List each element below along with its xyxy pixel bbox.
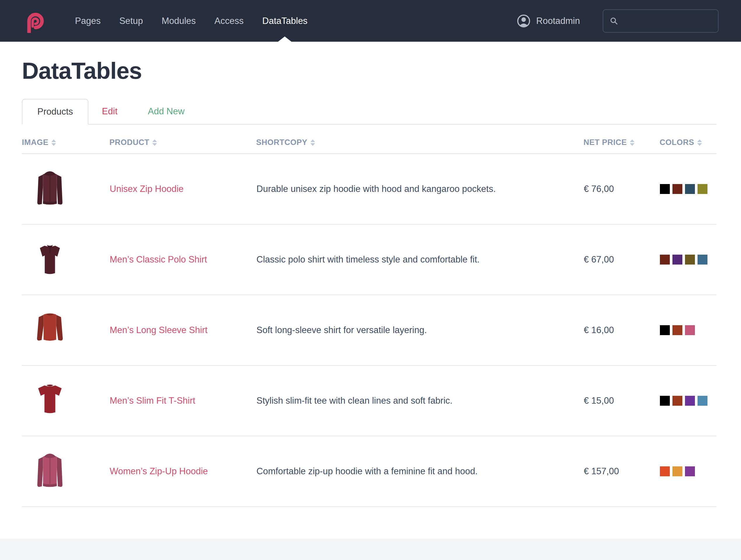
sort-icon xyxy=(630,139,634,146)
nav-item-pages[interactable]: Pages xyxy=(75,16,100,26)
column-header-product[interactable]: Product xyxy=(110,125,256,154)
top-navbar: PagesSetupModulesAccessDataTables Rootad… xyxy=(0,0,741,42)
product-link[interactable]: Men’s Classic Polo Shirt xyxy=(110,254,207,265)
color-swatch xyxy=(685,255,695,265)
color-swatch xyxy=(697,184,708,194)
table-row: Men’s Long Sleeve ShirtSoft long-sleeve … xyxy=(22,295,717,365)
color-swatches xyxy=(660,396,716,406)
column-header-net-price[interactable]: Net price xyxy=(584,125,660,154)
product-image xyxy=(34,166,66,209)
products-table: ImageProductShortcopyNet priceColors Uni… xyxy=(22,125,717,507)
table-row: Men’s Slim Fit T-ShirtStylish slim-fit t… xyxy=(22,365,717,436)
color-swatch xyxy=(697,255,708,265)
color-swatch xyxy=(660,466,670,476)
column-label: Net price xyxy=(584,138,627,147)
color-swatch xyxy=(697,396,708,406)
search-input[interactable] xyxy=(623,16,712,26)
image-cell xyxy=(22,154,110,224)
sort-icon xyxy=(311,139,315,146)
sort-icon xyxy=(51,139,56,146)
colors-cell xyxy=(660,365,717,436)
column-header-colors[interactable]: Colors xyxy=(660,125,717,154)
sort-icon xyxy=(152,139,157,146)
tab-products[interactable]: Products xyxy=(22,99,88,125)
color-swatches xyxy=(660,325,716,335)
table-row: Women’s Zip-Up HoodieComfortable zip-up … xyxy=(22,436,717,507)
color-swatch xyxy=(660,396,670,406)
sort-icon xyxy=(697,139,702,146)
color-swatch xyxy=(672,325,682,335)
colors-cell xyxy=(660,224,717,295)
product-cell: Women’s Zip-Up Hoodie xyxy=(110,436,256,507)
net-price-cell: € 157,00 xyxy=(584,436,660,507)
column-label: Image xyxy=(22,138,49,147)
table-row: Men’s Classic Polo ShirtClassic polo shi… xyxy=(22,224,717,295)
shortcopy-cell: Stylish slim-fit tee with clean lines an… xyxy=(256,365,584,436)
color-swatch xyxy=(685,325,695,335)
product-link[interactable]: Women’s Zip-Up Hoodie xyxy=(110,466,208,476)
product-image xyxy=(34,237,66,280)
page-title: DataTables xyxy=(22,58,717,84)
username-label: Rootadmin xyxy=(536,16,580,26)
color-swatch xyxy=(672,255,682,265)
product-cell: Men’s Slim Fit T-Shirt xyxy=(110,365,256,436)
product-cell: Men’s Classic Polo Shirt xyxy=(110,224,256,295)
table-row: Unisex Zip HoodieDurable unisex zip hood… xyxy=(22,154,717,224)
product-image xyxy=(34,378,66,421)
tab-products-label: Products xyxy=(37,107,73,117)
product-cell: Men’s Long Sleeve Shirt xyxy=(110,295,256,365)
net-price-cell: € 67,00 xyxy=(584,224,660,295)
color-swatch xyxy=(685,184,695,194)
product-link[interactable]: Unisex Zip Hoodie xyxy=(110,184,184,194)
net-price-cell: € 76,00 xyxy=(584,154,660,224)
column-header-image[interactable]: Image xyxy=(22,125,110,154)
colors-cell xyxy=(660,436,717,507)
brand-p-logo-icon xyxy=(22,9,46,33)
product-image xyxy=(34,308,66,351)
net-price-cell: € 15,00 xyxy=(584,365,660,436)
shortcopy-cell: Classic polo shirt with timeless style a… xyxy=(256,224,584,295)
navbar-right: Rootadmin xyxy=(517,9,719,33)
tab-edit[interactable]: Edit xyxy=(88,99,131,124)
search-icon xyxy=(610,16,618,26)
tab-bar: Products Edit Add New xyxy=(22,99,717,125)
color-swatch xyxy=(660,325,670,335)
color-swatches xyxy=(660,466,716,476)
tab-add-new[interactable]: Add New xyxy=(134,99,198,124)
footer-strip xyxy=(0,539,741,560)
nav-item-modules[interactable]: Modules xyxy=(161,16,196,26)
shortcopy-cell: Durable unisex zip hoodie with hood and … xyxy=(256,154,584,224)
user-menu[interactable]: Rootadmin xyxy=(517,14,580,28)
color-swatch xyxy=(672,466,682,476)
nav-items: PagesSetupModulesAccessDataTables xyxy=(75,16,308,26)
color-swatches xyxy=(660,184,716,194)
nav-item-setup[interactable]: Setup xyxy=(119,16,143,26)
brand-logo[interactable] xyxy=(22,8,46,34)
shortcopy-cell: Comfortable zip-up hoodie with a feminin… xyxy=(256,436,584,507)
product-cell: Unisex Zip Hoodie xyxy=(110,154,256,224)
color-swatch xyxy=(660,255,670,265)
tab-edit-label: Edit xyxy=(102,106,117,117)
product-link[interactable]: Men’s Slim Fit T-Shirt xyxy=(110,396,195,406)
product-link[interactable]: Men’s Long Sleeve Shirt xyxy=(110,325,207,335)
search-box xyxy=(603,9,719,33)
image-cell xyxy=(22,295,110,365)
column-label: Shortcopy xyxy=(256,138,308,147)
product-image xyxy=(34,449,66,492)
color-swatch xyxy=(685,466,695,476)
nav-item-datatables[interactable]: DataTables xyxy=(262,16,308,26)
nav-item-access[interactable]: Access xyxy=(214,16,244,26)
color-swatch xyxy=(672,396,682,406)
column-label: Colors xyxy=(660,138,694,147)
column-header-shortcopy[interactable]: Shortcopy xyxy=(256,125,584,154)
color-swatch xyxy=(685,396,695,406)
image-cell xyxy=(22,365,110,436)
image-cell xyxy=(22,436,110,507)
color-swatch xyxy=(660,184,670,194)
shortcopy-cell: Soft long-sleeve shirt for versatile lay… xyxy=(256,295,584,365)
table-header: ImageProductShortcopyNet priceColors xyxy=(22,125,717,154)
user-avatar-icon xyxy=(517,14,530,28)
colors-cell xyxy=(660,154,717,224)
main-content: DataTables Products Edit Add New ImagePr… xyxy=(0,58,741,507)
column-label: Product xyxy=(110,138,149,147)
